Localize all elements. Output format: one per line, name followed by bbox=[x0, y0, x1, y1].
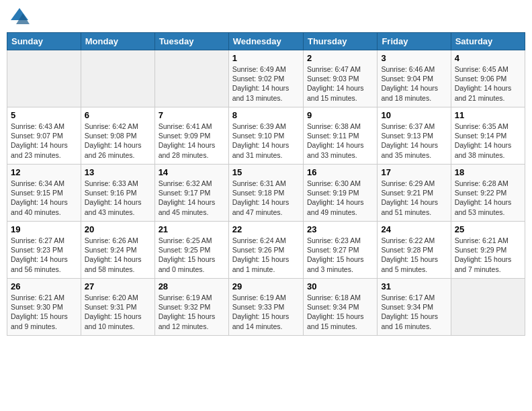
calendar-cell: 5Sunrise: 6:43 AM Sunset: 9:07 PM Daylig… bbox=[7, 107, 81, 165]
day-info: Sunrise: 6:24 AM Sunset: 9:26 PM Dayligh… bbox=[232, 236, 300, 274]
day-info: Sunrise: 6:33 AM Sunset: 9:16 PM Dayligh… bbox=[85, 179, 151, 217]
calendar-cell: 26Sunrise: 6:21 AM Sunset: 9:30 PM Dayli… bbox=[7, 279, 81, 336]
day-number: 10 bbox=[381, 110, 447, 120]
day-number: 15 bbox=[232, 167, 300, 177]
day-number: 28 bbox=[159, 281, 225, 291]
day-number: 17 bbox=[381, 167, 447, 177]
day-info: Sunrise: 6:41 AM Sunset: 9:09 PM Dayligh… bbox=[159, 122, 225, 160]
calendar-cell: 1Sunrise: 6:49 AM Sunset: 9:02 PM Daylig… bbox=[228, 50, 303, 107]
calendar-cell: 25Sunrise: 6:21 AM Sunset: 9:29 PM Dayli… bbox=[451, 222, 525, 279]
day-number: 16 bbox=[307, 167, 373, 177]
day-info: Sunrise: 6:29 AM Sunset: 9:21 PM Dayligh… bbox=[381, 179, 447, 217]
day-info: Sunrise: 6:37 AM Sunset: 9:13 PM Dayligh… bbox=[381, 122, 447, 160]
day-info: Sunrise: 6:21 AM Sunset: 9:30 PM Dayligh… bbox=[11, 293, 77, 331]
day-number: 4 bbox=[455, 53, 521, 63]
calendar-cell: 12Sunrise: 6:34 AM Sunset: 9:15 PM Dayli… bbox=[7, 165, 81, 222]
day-info: Sunrise: 6:38 AM Sunset: 9:11 PM Dayligh… bbox=[307, 122, 373, 160]
day-number: 13 bbox=[85, 167, 151, 177]
calendar-cell: 24Sunrise: 6:22 AM Sunset: 9:28 PM Dayli… bbox=[378, 222, 451, 279]
calendar-cell: 3Sunrise: 6:46 AM Sunset: 9:04 PM Daylig… bbox=[378, 50, 451, 107]
calendar-cell: 15Sunrise: 6:31 AM Sunset: 9:18 PM Dayli… bbox=[228, 165, 303, 222]
calendar-cell bbox=[451, 279, 525, 336]
week-row-5: 26Sunrise: 6:21 AM Sunset: 9:30 PM Dayli… bbox=[7, 279, 525, 336]
day-info: Sunrise: 6:17 AM Sunset: 9:34 PM Dayligh… bbox=[381, 293, 447, 331]
calendar-cell: 6Sunrise: 6:42 AM Sunset: 9:08 PM Daylig… bbox=[81, 107, 154, 165]
day-number: 21 bbox=[159, 224, 225, 234]
page-header bbox=[7, 7, 525, 27]
day-number: 24 bbox=[381, 224, 447, 234]
calendar-cell: 22Sunrise: 6:24 AM Sunset: 9:26 PM Dayli… bbox=[228, 222, 303, 279]
day-header-thursday: Thursday bbox=[303, 33, 377, 50]
day-number: 30 bbox=[307, 281, 373, 291]
logo bbox=[9, 7, 32, 27]
day-header-wednesday: Wednesday bbox=[228, 33, 303, 50]
day-info: Sunrise: 6:35 AM Sunset: 9:14 PM Dayligh… bbox=[455, 122, 521, 160]
day-info: Sunrise: 6:49 AM Sunset: 9:02 PM Dayligh… bbox=[232, 64, 300, 103]
calendar-cell: 28Sunrise: 6:19 AM Sunset: 9:32 PM Dayli… bbox=[154, 279, 228, 336]
logo-icon bbox=[9, 7, 30, 27]
day-info: Sunrise: 6:45 AM Sunset: 9:06 PM Dayligh… bbox=[455, 64, 521, 103]
calendar-table: SundayMondayTuesdayWednesdayThursdayFrid… bbox=[7, 32, 525, 336]
calendar-cell: 14Sunrise: 6:32 AM Sunset: 9:17 PM Dayli… bbox=[154, 165, 228, 222]
day-info: Sunrise: 6:47 AM Sunset: 9:03 PM Dayligh… bbox=[307, 64, 373, 103]
calendar-cell: 4Sunrise: 6:45 AM Sunset: 9:06 PM Daylig… bbox=[451, 50, 525, 107]
day-number: 2 bbox=[307, 53, 373, 63]
day-info: Sunrise: 6:39 AM Sunset: 9:10 PM Dayligh… bbox=[232, 122, 300, 160]
day-info: Sunrise: 6:42 AM Sunset: 9:08 PM Dayligh… bbox=[85, 122, 151, 160]
day-info: Sunrise: 6:43 AM Sunset: 9:07 PM Dayligh… bbox=[11, 122, 77, 160]
day-number: 26 bbox=[11, 281, 77, 291]
day-number: 9 bbox=[307, 110, 373, 120]
week-row-3: 12Sunrise: 6:34 AM Sunset: 9:15 PM Dayli… bbox=[7, 165, 525, 222]
day-info: Sunrise: 6:19 AM Sunset: 9:33 PM Dayligh… bbox=[232, 293, 300, 331]
day-info: Sunrise: 6:21 AM Sunset: 9:29 PM Dayligh… bbox=[455, 236, 521, 274]
calendar-cell: 19Sunrise: 6:27 AM Sunset: 9:23 PM Dayli… bbox=[7, 222, 81, 279]
day-header-tuesday: Tuesday bbox=[154, 33, 228, 50]
calendar-cell: 13Sunrise: 6:33 AM Sunset: 9:16 PM Dayli… bbox=[81, 165, 154, 222]
day-info: Sunrise: 6:34 AM Sunset: 9:15 PM Dayligh… bbox=[11, 179, 77, 217]
calendar-cell: 23Sunrise: 6:23 AM Sunset: 9:27 PM Dayli… bbox=[303, 222, 377, 279]
calendar-cell bbox=[154, 50, 228, 107]
day-info: Sunrise: 6:20 AM Sunset: 9:31 PM Dayligh… bbox=[85, 293, 151, 331]
day-number: 29 bbox=[232, 281, 300, 291]
calendar-cell: 11Sunrise: 6:35 AM Sunset: 9:14 PM Dayli… bbox=[451, 107, 525, 165]
day-header-saturday: Saturday bbox=[451, 33, 525, 50]
calendar-cell: 30Sunrise: 6:18 AM Sunset: 9:34 PM Dayli… bbox=[303, 279, 377, 336]
week-row-1: 1Sunrise: 6:49 AM Sunset: 9:02 PM Daylig… bbox=[7, 50, 525, 107]
day-header-monday: Monday bbox=[81, 33, 154, 50]
day-number: 3 bbox=[381, 53, 447, 63]
day-number: 18 bbox=[455, 167, 521, 177]
day-info: Sunrise: 6:22 AM Sunset: 9:28 PM Dayligh… bbox=[381, 236, 447, 274]
day-info: Sunrise: 6:23 AM Sunset: 9:27 PM Dayligh… bbox=[307, 236, 373, 274]
day-number: 12 bbox=[11, 167, 77, 177]
calendar-header-row: SundayMondayTuesdayWednesdayThursdayFrid… bbox=[7, 33, 525, 50]
day-number: 7 bbox=[159, 110, 225, 120]
day-info: Sunrise: 6:27 AM Sunset: 9:23 PM Dayligh… bbox=[11, 236, 77, 274]
day-info: Sunrise: 6:28 AM Sunset: 9:22 PM Dayligh… bbox=[455, 179, 521, 217]
day-header-friday: Friday bbox=[378, 33, 451, 50]
day-number: 31 bbox=[381, 281, 447, 291]
day-number: 19 bbox=[11, 224, 77, 234]
day-number: 1 bbox=[232, 53, 300, 63]
calendar-cell bbox=[7, 50, 81, 107]
day-info: Sunrise: 6:18 AM Sunset: 9:34 PM Dayligh… bbox=[307, 293, 373, 331]
day-number: 25 bbox=[455, 224, 521, 234]
day-info: Sunrise: 6:46 AM Sunset: 9:04 PM Dayligh… bbox=[381, 64, 447, 103]
calendar-cell: 2Sunrise: 6:47 AM Sunset: 9:03 PM Daylig… bbox=[303, 50, 377, 107]
day-number: 22 bbox=[232, 224, 300, 234]
calendar-cell: 27Sunrise: 6:20 AM Sunset: 9:31 PM Dayli… bbox=[81, 279, 154, 336]
day-number: 8 bbox=[232, 110, 300, 120]
calendar-cell: 9Sunrise: 6:38 AM Sunset: 9:11 PM Daylig… bbox=[303, 107, 377, 165]
day-info: Sunrise: 6:32 AM Sunset: 9:17 PM Dayligh… bbox=[159, 179, 225, 217]
day-header-sunday: Sunday bbox=[7, 33, 81, 50]
day-info: Sunrise: 6:31 AM Sunset: 9:18 PM Dayligh… bbox=[232, 179, 300, 217]
calendar-cell: 10Sunrise: 6:37 AM Sunset: 9:13 PM Dayli… bbox=[378, 107, 451, 165]
day-info: Sunrise: 6:26 AM Sunset: 9:24 PM Dayligh… bbox=[85, 236, 151, 274]
day-number: 14 bbox=[159, 167, 225, 177]
day-number: 20 bbox=[85, 224, 151, 234]
calendar-cell: 31Sunrise: 6:17 AM Sunset: 9:34 PM Dayli… bbox=[378, 279, 451, 336]
calendar-cell: 8Sunrise: 6:39 AM Sunset: 9:10 PM Daylig… bbox=[228, 107, 303, 165]
calendar-cell: 16Sunrise: 6:30 AM Sunset: 9:19 PM Dayli… bbox=[303, 165, 377, 222]
day-info: Sunrise: 6:25 AM Sunset: 9:25 PM Dayligh… bbox=[159, 236, 225, 274]
calendar-cell: 20Sunrise: 6:26 AM Sunset: 9:24 PM Dayli… bbox=[81, 222, 154, 279]
week-row-2: 5Sunrise: 6:43 AM Sunset: 9:07 PM Daylig… bbox=[7, 107, 525, 165]
